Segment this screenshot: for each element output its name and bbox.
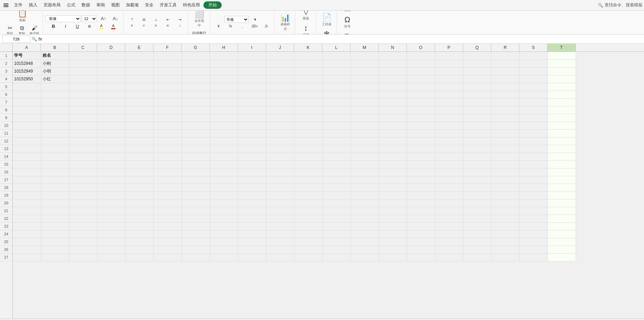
cell-F22[interactable] [153,215,182,222]
row-num-17[interactable]: 17 [0,176,12,184]
cell-D21[interactable] [97,207,125,215]
cell-T6[interactable] [548,91,576,98]
cell-Q16[interactable] [463,168,491,176]
cell-Q25[interactable] [463,238,491,246]
menu-page-layout[interactable]: 页面布局 [41,1,63,9]
cell-D2[interactable] [97,60,125,67]
format-painter-button[interactable]: 🖌 格式刷 [28,25,40,35]
menu-formulas[interactable]: 公式 [64,1,78,9]
cell-I20[interactable] [238,199,266,207]
cell-M18[interactable] [351,184,379,191]
cell-R1[interactable] [491,52,519,60]
cell-S26[interactable] [519,246,548,253]
cell-T21[interactable] [548,207,576,215]
align-right-button[interactable]: ≡ [150,23,162,28]
cell-B27[interactable] [41,253,69,261]
cell-J17[interactable] [266,176,294,184]
cell-B13[interactable] [41,145,69,153]
cell-L7[interactable] [322,98,351,106]
cell-K24[interactable] [294,230,322,238]
cell-C22[interactable] [69,215,97,222]
cell-K10[interactable] [294,122,322,129]
cell-O1[interactable] [407,52,435,60]
cell-E22[interactable] [125,215,153,222]
cell-N7[interactable] [379,98,407,106]
cell-O6[interactable] [407,91,435,98]
cell-A19[interactable] [13,191,41,199]
align-bottom-button[interactable]: ⊥ [150,17,162,22]
cell-L14[interactable] [322,153,351,160]
cell-H14[interactable] [210,153,238,160]
cell-G5[interactable] [182,83,210,91]
cell-T13[interactable] [548,145,576,153]
cell-B15[interactable] [41,160,69,168]
cell-D12[interactable] [97,137,125,145]
cell-S25[interactable] [519,238,548,246]
cell-T22[interactable] [548,215,576,222]
cell-S10[interactable] [519,122,548,129]
cell-K9[interactable] [294,114,322,122]
cell-C14[interactable] [69,153,97,160]
cell-O27[interactable] [407,253,435,261]
cell-A6[interactable] [13,91,41,98]
cell-F6[interactable] [153,91,182,98]
cell-D8[interactable] [97,106,125,114]
cell-E8[interactable] [125,106,153,114]
col-header-E[interactable]: E [125,44,153,51]
cell-S18[interactable] [519,184,548,191]
cell-J3[interactable] [266,67,294,75]
cell-T7[interactable] [548,98,576,106]
cell-K21[interactable] [294,207,322,215]
cell-T18[interactable] [548,184,576,191]
cell-O19[interactable] [407,191,435,199]
row-num-23[interactable]: 23 [0,222,12,230]
menu-review[interactable]: 审阅 [94,1,108,9]
cell-O17[interactable] [407,176,435,184]
cell-Q1[interactable] [463,52,491,60]
cell-A12[interactable] [13,137,41,145]
cell-L3[interactable] [322,67,351,75]
cell-A7[interactable] [13,98,41,106]
cell-R6[interactable] [491,91,519,98]
cell-C9[interactable] [69,114,97,122]
cell-M8[interactable] [351,106,379,114]
cell-J24[interactable] [266,230,294,238]
cell-M20[interactable] [351,199,379,207]
row-num-10[interactable]: 10 [0,122,12,129]
cell-C4[interactable] [69,75,97,83]
cell-D19[interactable] [97,191,125,199]
cell-O18[interactable] [407,184,435,191]
cell-Q26[interactable] [463,246,491,253]
menu-view[interactable]: 视图 [108,1,122,9]
cell-F17[interactable] [153,176,182,184]
cell-F4[interactable] [153,75,182,83]
cell-F1[interactable] [153,52,182,60]
cell-I27[interactable] [238,253,266,261]
cell-O22[interactable] [407,215,435,222]
cell-P9[interactable] [435,114,463,122]
cell-G20[interactable] [182,199,210,207]
font-color-button[interactable]: A [108,23,119,30]
row-num-6[interactable]: 6 [0,91,12,98]
cell-O26[interactable] [407,246,435,253]
cell-N13[interactable] [379,145,407,153]
cell-P19[interactable] [435,191,463,199]
cut-button[interactable]: ✂ 剪切 [4,25,15,35]
cell-K15[interactable] [294,160,322,168]
cell-S12[interactable] [519,137,548,145]
col-header-J[interactable]: J [266,44,294,51]
cell-G7[interactable] [182,98,210,106]
cell-G8[interactable] [182,106,210,114]
cell-Q19[interactable] [463,191,491,199]
cell-N3[interactable] [379,67,407,75]
cell-I26[interactable] [238,246,266,253]
cell-C2[interactable] [69,60,97,67]
cell-P10[interactable] [435,122,463,129]
cell-P21[interactable] [435,207,463,215]
cell-G12[interactable] [182,137,210,145]
cell-I13[interactable] [238,145,266,153]
cell-L15[interactable] [322,160,351,168]
conditional-format-button[interactable]: 🗂 条件格式 [277,11,293,12]
cell-P16[interactable] [435,168,463,176]
cell-C19[interactable] [69,191,97,199]
